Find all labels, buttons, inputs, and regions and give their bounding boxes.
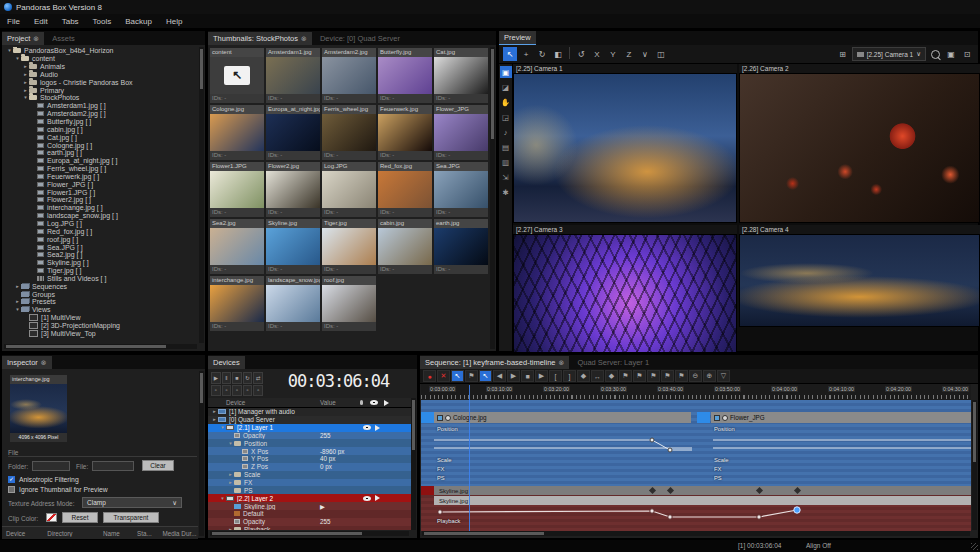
thumbnail-cell[interactable]: Tiger.jpgIDs: - bbox=[322, 219, 376, 274]
collapse-arrow-icon[interactable]: ▼ bbox=[22, 95, 29, 100]
thumbnail-cell[interactable]: content↖IDs: - bbox=[210, 48, 264, 103]
device-row[interactable]: Opacity255 bbox=[208, 518, 411, 526]
cue-pause-icon[interactable]: ⚑ bbox=[633, 370, 646, 382]
stop-icon[interactable]: ■ bbox=[521, 370, 534, 382]
cue-stop-icon[interactable]: ⚑ bbox=[647, 370, 660, 382]
tab-devices[interactable]: Devices bbox=[208, 356, 245, 369]
table-header-directory[interactable]: Directory bbox=[43, 530, 99, 537]
mode-3-icon[interactable]: ▫ bbox=[232, 385, 242, 397]
mode-5-icon[interactable]: ▫ bbox=[253, 385, 263, 397]
tree-item[interactable]: [3] MultiView_Top bbox=[3, 329, 198, 337]
direction-icon[interactable]: ⇄ bbox=[253, 372, 263, 384]
devices-horizontal-scrollbar[interactable] bbox=[210, 531, 409, 536]
tree-item[interactable]: [1] MultiView bbox=[3, 314, 198, 322]
thumbnail-cell[interactable]: Feuerwerk.jpgIDs: - bbox=[378, 105, 432, 160]
tree-item[interactable]: Sea2.jpg [ ] bbox=[3, 251, 198, 259]
zoom-icon[interactable] bbox=[928, 47, 942, 61]
collapse-arrow-icon[interactable]: ▼ bbox=[227, 441, 234, 446]
tree-item[interactable]: Ferris_wheel.jpg [ ] bbox=[3, 165, 198, 173]
tree-item[interactable]: ▼StockPhotos bbox=[3, 94, 198, 102]
collapse-arrow-icon[interactable]: ▼ bbox=[219, 496, 226, 501]
tree-item[interactable]: Log.JPG [ ] bbox=[3, 220, 198, 228]
tree-item[interactable]: interchange.jpg [ ] bbox=[3, 204, 198, 212]
tree-item[interactable]: Amsterdam1.jpg [ ] bbox=[3, 102, 198, 110]
camera-view[interactable]: [2.25] Camera 1 bbox=[513, 64, 737, 223]
axis-z-button[interactable]: Z bbox=[622, 47, 636, 61]
camera-view[interactable]: [2.28] Camera 4 bbox=[739, 225, 980, 353]
tree-item[interactable]: Europa_at_night.jpg [ ] bbox=[3, 157, 198, 165]
snapshot-icon[interactable]: ▣ bbox=[944, 47, 958, 61]
menu-help[interactable]: Help bbox=[159, 17, 189, 26]
device-row[interactable]: ►FX bbox=[208, 479, 411, 487]
axis-mode-icon[interactable]: ∨ bbox=[638, 47, 652, 61]
orbit-tool-icon[interactable]: ↺ bbox=[574, 47, 588, 61]
menu-edit[interactable]: Edit bbox=[27, 17, 55, 26]
tree-item[interactable]: Cologne.jpg [ ] bbox=[3, 141, 198, 149]
expand-arrow-icon[interactable]: ► bbox=[22, 80, 29, 85]
cue-jump-icon[interactable]: ⚑ bbox=[661, 370, 674, 382]
layer1-track[interactable]: Cologne.jpgPositionScaleFXPSFlower_JPGPo… bbox=[421, 400, 971, 486]
axis-y-button[interactable]: Y bbox=[606, 47, 620, 61]
table-header-mediadur[interactable]: Media Dur... bbox=[158, 530, 198, 537]
close-icon[interactable]: ⊗ bbox=[33, 35, 39, 43]
device-row[interactable]: ▼Position bbox=[208, 439, 411, 447]
thumbnail-cell[interactable]: Butterfly.jpgIDs: - bbox=[378, 48, 432, 103]
layout-grid-icon[interactable]: ⊞ bbox=[836, 47, 850, 61]
expand-arrow-icon[interactable]: ► bbox=[14, 299, 21, 304]
tree-item[interactable]: earth.jpg [ ] bbox=[3, 149, 198, 157]
collapse-arrow-icon[interactable]: ▼ bbox=[14, 56, 21, 61]
camera-select-dropdown[interactable]: [2.25] Camera 1 ∨ bbox=[852, 47, 926, 61]
eye-icon[interactable] bbox=[363, 496, 371, 501]
select-mode-icon[interactable]: ▣ bbox=[500, 66, 512, 78]
playhead[interactable] bbox=[469, 400, 470, 531]
play-icon[interactable]: ▶ bbox=[211, 372, 221, 384]
menu-backup[interactable]: Backup bbox=[118, 17, 159, 26]
tree-item[interactable]: Skyline.jpg [ ] bbox=[3, 259, 198, 267]
thumbnail-cell[interactable]: Flower2.jpgIDs: - bbox=[266, 162, 320, 217]
menu-file[interactable]: File bbox=[0, 17, 27, 26]
ignore-thumbnail-checkbox[interactable] bbox=[8, 486, 15, 493]
layer2-clip-bar[interactable]: Skyline.jpg bbox=[434, 486, 971, 495]
collapse-arrow-icon[interactable]: ▼ bbox=[14, 307, 21, 312]
tree-item[interactable]: ►Sequences bbox=[3, 282, 198, 290]
file-input[interactable] bbox=[92, 461, 134, 471]
tree-item[interactable]: ▼Views bbox=[3, 306, 198, 314]
tab-inspector[interactable]: Inspector ⊗ bbox=[2, 356, 52, 369]
scale-tool-icon[interactable]: ◧ bbox=[551, 47, 565, 61]
tree-item[interactable]: Cat.jpg [ ] bbox=[3, 133, 198, 141]
rotate-tool-icon[interactable]: ↻ bbox=[535, 47, 549, 61]
table-header-device[interactable]: Device bbox=[2, 530, 43, 537]
folder-input[interactable] bbox=[32, 461, 70, 471]
close-icon[interactable]: ⊗ bbox=[41, 359, 47, 367]
timeline-clip[interactable]: Flower_JPG bbox=[711, 412, 971, 423]
menu-tabs[interactable]: Tabs bbox=[55, 17, 86, 26]
menu-tools[interactable]: Tools bbox=[86, 17, 119, 26]
speaker-icon[interactable] bbox=[375, 495, 383, 501]
mode-2-icon[interactable]: ▫ bbox=[222, 385, 232, 397]
device-row[interactable]: X Pos-8960 px bbox=[208, 447, 411, 455]
thumbnail-cell[interactable]: interchange.jpgIDs: - bbox=[210, 276, 264, 331]
thumbnail-cell[interactable]: roof.jpgIDs: - bbox=[322, 276, 376, 331]
device-row[interactable]: ►[1] Manager with audio bbox=[208, 408, 411, 416]
tree-item[interactable]: landscape_snow.jpg [ ] bbox=[3, 212, 198, 220]
resize-icon[interactable]: ⇲ bbox=[500, 171, 512, 183]
camera-view[interactable]: [2.26] Camera 2 bbox=[739, 64, 980, 223]
axis-x-button[interactable]: X bbox=[590, 47, 604, 61]
expand-arrow-icon[interactable]: ► bbox=[227, 472, 234, 477]
expand-arrow-icon[interactable]: ► bbox=[22, 88, 29, 93]
tree-item[interactable]: Flower1.JPG [ ] bbox=[3, 188, 198, 196]
thumbnail-cell[interactable]: earth.jpgIDs: - bbox=[434, 219, 488, 274]
device-row[interactable]: PS bbox=[208, 486, 411, 494]
loop-icon[interactable]: ↻ bbox=[243, 372, 253, 384]
tree-item[interactable]: Sea.JPG [ ] bbox=[3, 243, 198, 251]
close-icon[interactable]: ⊗ bbox=[301, 35, 307, 43]
cue-icon[interactable]: ⚑ bbox=[465, 370, 478, 382]
record-icon[interactable]: ● bbox=[423, 370, 436, 382]
thumbnail-cell[interactable]: Log.JPGIDs: - bbox=[322, 162, 376, 217]
layer2-clip-bar[interactable]: Skyline.jpg bbox=[434, 496, 971, 505]
filter-icon[interactable]: ▽ bbox=[717, 370, 730, 382]
thumbnails-vertical-scrollbar[interactable] bbox=[490, 47, 495, 349]
table-header-sta[interactable]: Sta... bbox=[133, 530, 158, 537]
thumbnail-cell[interactable]: Amsterdam2.jpgIDs: - bbox=[322, 48, 376, 103]
device-row[interactable]: ►Scale bbox=[208, 471, 411, 479]
